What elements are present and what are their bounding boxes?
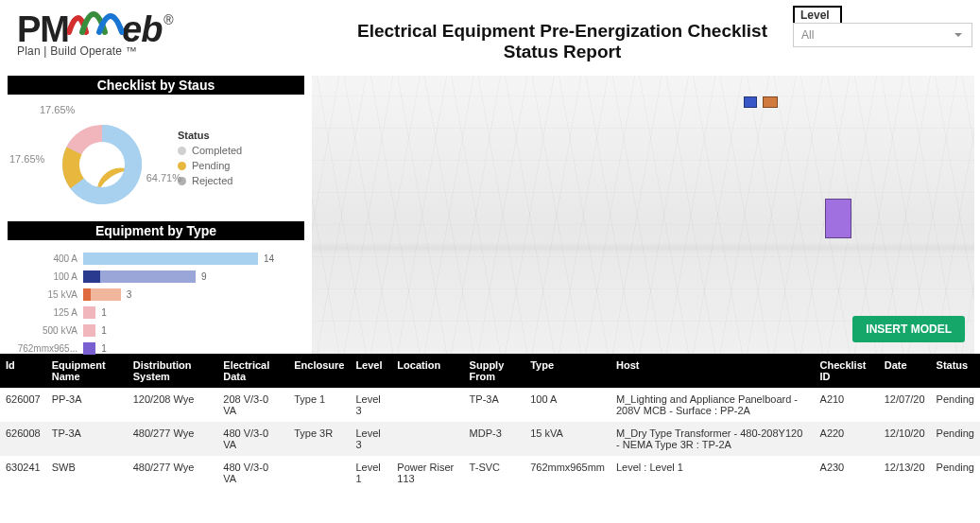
cell-dist: 480/277 Wye xyxy=(128,456,218,490)
cell-status: Pending xyxy=(931,388,980,422)
cell-enc: Type 1 xyxy=(288,388,350,422)
level-filter: Level All xyxy=(793,6,972,47)
col-header[interactable]: Location xyxy=(391,354,463,388)
bar-row: 500 kVA1 xyxy=(8,322,304,340)
level-select[interactable]: All xyxy=(793,23,972,47)
cell-dist: 120/208 Wye xyxy=(128,388,218,422)
cell-supply: T-SVC xyxy=(464,456,525,490)
cell-date: 12/13/20 xyxy=(879,456,931,490)
cell-host: M_Dry Type Transformer - 480-208Y120 - N… xyxy=(610,422,815,456)
col-header[interactable]: Level xyxy=(350,354,391,388)
cell-date: 12/10/20 xyxy=(879,422,931,456)
cell-type: 762mmx965mm xyxy=(524,456,610,490)
table-row[interactable]: 626008TP-3A480/277 Wye480 V/3-0 VAType 3… xyxy=(0,422,980,456)
cell-type: 15 kVA xyxy=(524,422,610,456)
filter-label: Level xyxy=(793,6,842,23)
cell-cid: A230 xyxy=(815,456,879,490)
logo-swoosh-icon xyxy=(67,0,124,42)
bar-row: 100 A9 xyxy=(8,268,304,286)
donut-label-main: 64.71% xyxy=(146,172,181,183)
cell-id: 626007 xyxy=(0,388,46,422)
cell-elec: 208 V/3-0 VA xyxy=(217,388,288,422)
cell-elec: 480 V/3-0 VA xyxy=(217,456,288,490)
cell-loc xyxy=(391,388,463,422)
cell-enc xyxy=(288,456,350,490)
equipment-table: IdEquipment NameDistribution SystemElect… xyxy=(0,354,980,490)
header-region: PM eb ® Plan | Build Operate ™ Electrica… xyxy=(0,0,980,76)
cell-dist: 480/277 Wye xyxy=(128,422,218,456)
status-donut-chart: 64.71% 17.65% 17.65% Status CompletedPen… xyxy=(8,98,304,221)
cell-date: 12/07/20 xyxy=(879,388,931,422)
col-header[interactable]: Enclosure xyxy=(288,354,350,388)
cell-supply: TP-3A xyxy=(464,388,525,422)
col-header[interactable]: Supply From xyxy=(464,354,525,388)
donut-label-left: 17.65% xyxy=(9,153,44,165)
bar-row: 15 kVA3 xyxy=(8,286,304,304)
legend-item: Completed xyxy=(178,145,242,156)
col-header[interactable]: Type xyxy=(524,354,610,388)
col-header[interactable]: Status xyxy=(931,354,980,388)
status-legend: Status CompletedPendingRejected xyxy=(178,130,242,190)
cell-loc: Power Riser 113 xyxy=(391,456,463,490)
model-object-icon xyxy=(825,199,851,238)
cell-enc: Type 3R xyxy=(288,422,350,456)
cell-type: 100 A xyxy=(524,388,610,422)
donut-label-top: 17.65% xyxy=(40,104,75,115)
cell-status: Pending xyxy=(931,456,980,490)
col-header[interactable]: Checklist ID xyxy=(815,354,879,388)
left-panel: Checklist by Staus xyxy=(0,76,312,354)
table-row[interactable]: 626007PP-3A120/208 Wye208 V/3-0 VAType 1… xyxy=(0,388,980,422)
cell-name: PP-3A xyxy=(46,388,128,422)
cell-host: Level : Level 1 xyxy=(610,456,815,490)
model-object-icon xyxy=(763,96,778,108)
model-object-icon xyxy=(744,96,757,108)
cell-level: Level 3 xyxy=(350,422,391,456)
cell-name: TP-3A xyxy=(46,422,128,456)
legend-item: Rejected xyxy=(178,175,242,186)
col-header[interactable]: Host xyxy=(610,354,815,388)
cell-cid: A220 xyxy=(815,422,879,456)
bar-row: 400 A14 xyxy=(8,250,304,268)
status-section-title: Checklist by Staus xyxy=(8,76,304,95)
cell-supply: MDP-3 xyxy=(464,422,525,456)
cell-status: Pending xyxy=(931,422,980,456)
legend-item: Pending xyxy=(178,160,242,171)
cell-level: Level 3 xyxy=(350,388,391,422)
cell-level: Level 1 xyxy=(350,456,391,490)
insert-model-button[interactable]: INSERT MODEL xyxy=(852,316,965,342)
cell-cid: A210 xyxy=(815,388,879,422)
cell-host: M_Lighting and Appliance Panelboard - 20… xyxy=(610,388,815,422)
cell-id: 626008 xyxy=(0,422,46,456)
cell-elec: 480 V/3-0 VA xyxy=(217,422,288,456)
type-section-title: Equipment by Type xyxy=(8,221,304,240)
equipment-type-bar-chart: 400 A14100 A915 kVA3125 A1500 kVA1762mmx… xyxy=(8,244,304,363)
cell-name: SWB xyxy=(46,456,128,490)
cell-loc xyxy=(391,422,463,456)
cell-id: 630241 xyxy=(0,456,46,490)
page-title: Electrical Equipment Pre-Energization Ch… xyxy=(312,21,813,62)
model-viewer[interactable]: INSERT MODEL xyxy=(312,76,974,354)
table-row[interactable]: 630241SWB480/277 Wye480 V/3-0 VALevel 1P… xyxy=(0,456,980,490)
bar-row: 125 A1 xyxy=(8,304,304,322)
chevron-down-icon xyxy=(953,29,964,41)
col-header[interactable]: Date xyxy=(879,354,931,388)
bar-row: 762mmx965...1 xyxy=(8,340,304,357)
app-logo: PM eb ® Plan | Build Operate ™ xyxy=(17,4,172,58)
